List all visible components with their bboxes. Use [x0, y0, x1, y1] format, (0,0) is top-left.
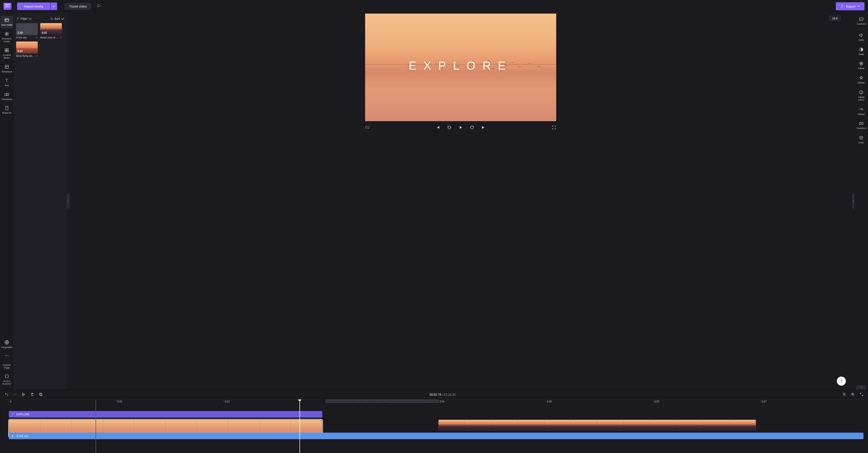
check-icon: ✓ [60, 36, 62, 39]
hide-preview-icon[interactable] [365, 125, 370, 130]
prop-transition[interactable]: Transition [855, 119, 868, 132]
svg-point-11 [6, 107, 7, 107]
import-media-caret[interactable] [51, 2, 57, 10]
forward-button[interactable] [470, 125, 474, 130]
skip-forward-button[interactable] [481, 125, 486, 130]
svg-rect-0 [5, 19, 9, 22]
audio-clip[interactable]: In the sky [9, 433, 864, 439]
help-button[interactable] [837, 377, 846, 386]
cloud-sync-icon[interactable] [96, 4, 101, 9]
rewind-button[interactable] [447, 125, 452, 130]
project-title[interactable]: Travel video [65, 3, 91, 10]
nav-text[interactable]: Text [0, 76, 13, 89]
media-item[interactable]: 0:15 Aerial view of ...✓ [40, 23, 62, 39]
redo-button[interactable] [13, 392, 17, 397]
prop-adjust-colors[interactable]: Adjust colors [855, 87, 868, 104]
svg-point-30 [861, 138, 862, 139]
zoom-in-button[interactable] [851, 392, 855, 397]
export-button[interactable]: Export [836, 2, 865, 10]
prop-speed[interactable]: Speed [855, 104, 868, 118]
svg-rect-9 [7, 93, 9, 95]
track-text[interactable]: EXPLORE [4, 411, 864, 418]
svg-rect-34 [39, 393, 41, 395]
export-label: Export [846, 4, 856, 8]
split-button[interactable] [22, 392, 26, 397]
media-item[interactable]: 0:10 Birds flying ab...✓ [16, 41, 38, 57]
svg-rect-19 [860, 18, 863, 20]
undo-button[interactable] [4, 392, 8, 397]
track-video[interactable] [4, 420, 864, 431]
svg-rect-8 [5, 93, 7, 95]
nav-brand-kit[interactable]: Brand kit [0, 104, 13, 117]
delete-button[interactable] [30, 392, 34, 397]
prop-effects[interactable]: Effects [855, 73, 868, 87]
timeline-gap-marker[interactable] [326, 400, 438, 403]
svg-point-27 [860, 136, 863, 139]
nav-record-create[interactable]: Record & create [0, 29, 13, 45]
collapse-right-panel-button[interactable] [852, 194, 855, 209]
prop-filters[interactable]: Filters [855, 59, 868, 72]
zoom-fit-button[interactable] [860, 392, 864, 397]
svg-point-18 [841, 382, 842, 383]
nav-content-library[interactable]: Content library [0, 46, 13, 61]
prop-captions[interactable]: Captions [855, 14, 868, 28]
svg-rect-3 [5, 49, 6, 50]
preview-overlay-text: EXPLORE [409, 59, 513, 72]
svg-rect-26 [862, 122, 863, 124]
expand-more-icon[interactable] [856, 385, 866, 390]
svg-rect-4 [7, 49, 8, 50]
svg-rect-10 [5, 106, 8, 110]
copy-button[interactable] [39, 392, 43, 397]
track-audio[interactable]: In the sky [4, 433, 864, 439]
svg-point-14 [6, 355, 7, 356]
zoom-out-button[interactable] [842, 392, 846, 397]
svg-rect-5 [5, 51, 6, 52]
check-icon: ✓ [36, 55, 38, 57]
media-item[interactable]: 2:18 In the sky✓ [16, 23, 38, 39]
svg-point-13 [5, 355, 6, 356]
prop-fade[interactable]: Fade [855, 44, 868, 58]
playhead[interactable] [300, 399, 300, 453]
svg-rect-25 [860, 122, 861, 124]
nav-transitions[interactable]: Transitions [0, 90, 13, 103]
nav-version[interactable]: Version9ba8658 [0, 373, 13, 387]
nav-feature-flags[interactable]: Feature Flags [0, 363, 13, 370]
svg-point-2 [6, 33, 7, 34]
svg-point-29 [862, 137, 862, 138]
preview-canvas[interactable]: EXPLORE [365, 13, 556, 121]
nav-languages[interactable]: Languages [0, 339, 13, 350]
aspect-ratio-button[interactable]: 16:9 [829, 15, 841, 21]
prop-audio[interactable]: Audio [855, 30, 868, 44]
prop-color[interactable]: Color [855, 133, 868, 147]
import-media-button[interactable]: Import media [17, 2, 50, 10]
svg-rect-7 [5, 65, 8, 68]
fullscreen-button[interactable] [552, 125, 556, 130]
svg-point-28 [861, 137, 861, 138]
svg-rect-6 [7, 51, 8, 52]
nav-more[interactable] [0, 352, 13, 360]
app-logo[interactable] [3, 3, 11, 10]
play-button[interactable] [459, 125, 463, 130]
svg-rect-33 [40, 394, 42, 396]
text-clip[interactable]: EXPLORE [9, 411, 322, 418]
skip-back-button[interactable] [435, 125, 440, 130]
filter-button[interactable]: Filter [16, 17, 32, 21]
timeline-start-marker [96, 399, 96, 453]
nav-templates[interactable]: Templates [0, 62, 13, 75]
svg-point-15 [8, 355, 8, 356]
nav-your-media[interactable]: Your media [0, 15, 13, 28]
svg-rect-16 [5, 375, 8, 378]
video-clip[interactable] [438, 420, 756, 431]
timeline-timecode: 00:02.74 / 02:18.30 [430, 393, 455, 396]
check-icon: ✓ [36, 36, 38, 39]
sort-button[interactable]: Sort [50, 17, 64, 21]
